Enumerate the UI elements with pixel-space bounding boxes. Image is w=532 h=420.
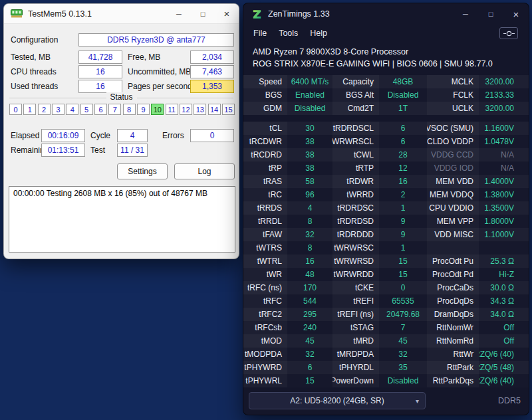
timing-label: tRDWR [332, 175, 379, 188]
status-box-5: 5 [80, 104, 93, 115]
timing-label: VDDG IOD [427, 161, 479, 175]
timing-row: BGSEnabledBGS AltDisabledFCLK2133.33 [243, 88, 529, 102]
timing-value: 295 [287, 308, 332, 321]
menu-file[interactable]: File [247, 29, 273, 38]
timing-label: tCKE [332, 281, 379, 294]
timing-label: tRCDWR [243, 135, 287, 148]
status-box-13: 13 [194, 104, 206, 115]
timing-value: Hi-Z [479, 268, 529, 281]
ram-icon [11, 9, 23, 19]
timing-value: 6 [379, 135, 427, 148]
timing-value: 32 [287, 348, 332, 361]
status-box-14: 14 [208, 104, 221, 115]
timing-row: tWTRL16tWRWRSD15ProcOdt Pu25.3 Ω [243, 255, 529, 268]
timing-label: CLDO VDDP [427, 135, 479, 148]
timing-label: tCWL [332, 148, 379, 161]
minimize-button[interactable]: ─ [167, 4, 191, 23]
timing-value: 544 [287, 294, 332, 308]
table-section-gap [243, 115, 529, 122]
cycle-label: Cycle [90, 129, 110, 142]
zentimings-titlebar[interactable]: ZenTimings 1.33 ─ □ × [243, 3, 529, 25]
timing-value: 1.1600V [479, 122, 529, 135]
settings-button[interactable]: Settings [117, 163, 168, 179]
timing-label: tPHYWRD [243, 361, 287, 374]
minimize-button[interactable]: ─ [453, 3, 478, 25]
testmem5-titlebar[interactable]: TestMem5 0.13.1 ─ □ × [4, 4, 239, 24]
timing-label: VDD MISC [427, 228, 479, 241]
menu-help[interactable]: Help [304, 29, 333, 38]
timing-row: tRFC (ns)170tCKE0ProcCaDs30.0 Ω [243, 281, 529, 294]
timing-value: 20479.68 [379, 308, 427, 321]
timing-label: Speed [243, 75, 287, 88]
timing-value: 96 [287, 188, 332, 201]
timing-value: 30 [287, 122, 332, 135]
timing-value: 12 [379, 161, 427, 175]
timing-value: 15 [287, 374, 332, 387]
uncommitted-label: Uncommitted, MB [128, 65, 191, 78]
screenshot-button[interactable] [499, 27, 518, 39]
timing-value: 32 [287, 228, 332, 241]
status-box-3: 3 [52, 104, 65, 115]
desktop-wallpaper: TestMem5 0.13.1 ─ □ × Configuration DDR5… [0, 0, 532, 420]
testmem5-window-title: TestMem5 0.13.1 [28, 9, 167, 19]
timing-value: 38 [287, 148, 332, 161]
timing-label: tRRDS [243, 201, 287, 215]
timing-value: 16 [379, 175, 427, 188]
tested-value: 41,728 [78, 51, 122, 64]
log-button[interactable]: Log [174, 163, 235, 179]
used-threads-label: Used threads [11, 80, 58, 93]
test-value: 11 / 31 [117, 144, 148, 157]
status-box-15: 15 [222, 104, 235, 115]
timing-label: tPHYWRL [243, 374, 287, 387]
timing-value: 35 [379, 361, 427, 374]
timing-value: 48 [287, 268, 332, 281]
free-value: 2,034 [190, 51, 234, 64]
timing-row: tMOD45tMRD45RttNomRdOff [243, 334, 529, 348]
timing-value: 8 [287, 241, 332, 255]
test-label: Test [90, 144, 105, 157]
configuration-label: Configuration [11, 33, 58, 47]
timing-value: 6400 MT/s [287, 75, 332, 88]
timing-value: 48GB [379, 75, 427, 88]
timing-value: 1.4000V [479, 175, 529, 188]
log-output[interactable]: 00:00:00 Testing 2608 MB x 16 (85%) out … [9, 186, 235, 253]
cpu-threads-label: CPU threads [11, 65, 57, 78]
close-button[interactable]: × [215, 4, 239, 23]
pages-per-second-label: Pages per second [128, 80, 192, 93]
timing-label: tWRWRSCL [332, 135, 379, 148]
timings-table: Speed6400 MT/sCapacity48GBMCLK3200.00BGS… [243, 75, 529, 387]
timing-value: 0 [379, 281, 427, 294]
dimm-select[interactable]: A2: UD5-8200 (24GB, SR) ▾ [249, 392, 426, 409]
timing-label: BGS Alt [332, 88, 379, 102]
timing-value: N/A [479, 161, 529, 175]
timing-label: tMODPDA [243, 348, 287, 361]
timing-row: tRFC544tREFI65535ProcDqDs34.3 Ω [243, 294, 529, 308]
timing-label: tRFC [243, 294, 287, 308]
timing-row: tFAW32tRDRDDD9VDD MISC1.1000V [243, 228, 529, 241]
timing-value: 34.3 Ω [479, 294, 529, 308]
close-button[interactable]: × [503, 3, 529, 25]
timing-label: tMRDPDA [332, 348, 379, 361]
timing-label: tWRRD [332, 188, 379, 201]
timing-value: RZQ/6 (40) [479, 348, 529, 361]
maximize-button[interactable]: □ [478, 3, 503, 25]
cycle-value: 4 [117, 129, 148, 142]
maximize-button[interactable]: □ [191, 4, 215, 23]
timing-row: tRCDRD38tCWL28VDDG CCDN/A [243, 148, 529, 161]
timing-value: 45 [287, 334, 332, 348]
timing-value: 6 [287, 361, 332, 374]
menu-tools[interactable]: Tools [273, 29, 304, 38]
timing-label: tRAS [243, 175, 287, 188]
free-label: Free, MB [128, 51, 160, 64]
timing-label: tRDRDSCL [332, 122, 379, 135]
timing-value: 15 [379, 268, 427, 281]
timing-label: tRDRDSD [332, 215, 379, 228]
timing-label: tWR [243, 268, 287, 281]
timing-value: 170 [287, 281, 332, 294]
timing-label: tRDRDDD [332, 228, 379, 241]
timing-label: CPU VDDIO [427, 201, 479, 215]
timing-value: Disabled [379, 374, 427, 387]
timing-value: 2 [379, 188, 427, 201]
timing-row: GDMDisabledCmd2T1TUCLK3200.00 [243, 102, 529, 115]
timing-label: RttPark [427, 361, 479, 374]
